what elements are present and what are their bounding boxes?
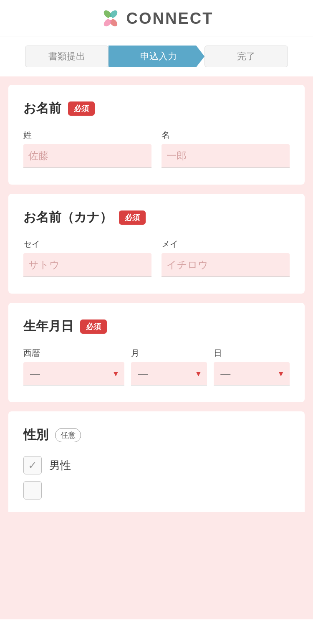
year-group: 西暦 — ▼ bbox=[23, 347, 124, 385]
first-name-label: 名 bbox=[162, 129, 290, 141]
gender-male-item[interactable]: ✓ 男性 bbox=[23, 456, 290, 474]
last-name-kana-label: セイ bbox=[23, 238, 151, 250]
month-label: 月 bbox=[131, 347, 207, 359]
name-section-title: お名前 bbox=[23, 100, 61, 117]
last-name-group: 姓 bbox=[23, 129, 151, 168]
header: CONNECT bbox=[0, 0, 313, 36]
birthdate-section-header: 生年月日 必須 bbox=[23, 318, 290, 335]
logo-icon bbox=[100, 8, 121, 29]
last-name-kana-input[interactable] bbox=[23, 253, 151, 277]
name-kana-section: お名前（カナ） 必須 セイ メイ bbox=[8, 194, 305, 294]
checkmark-icon: ✓ bbox=[28, 460, 37, 471]
last-name-kana-group: セイ bbox=[23, 238, 151, 277]
step-1-label: 書類提出 bbox=[48, 50, 85, 63]
name-section: お名前 必須 姓 名 bbox=[8, 85, 305, 185]
last-name-label: 姓 bbox=[23, 129, 151, 141]
page-content: お名前 必須 姓 名 お名前（カナ） 必須 セイ メイ bbox=[0, 76, 313, 619]
name-section-header: お名前 必須 bbox=[23, 100, 290, 117]
step-3-label: 完了 bbox=[237, 50, 255, 63]
gender-female-item[interactable] bbox=[23, 481, 290, 499]
day-select-wrapper: — ▼ bbox=[214, 362, 290, 385]
day-group: 日 — ▼ bbox=[214, 347, 290, 385]
gender-section-header: 性別 任意 bbox=[23, 426, 290, 444]
month-select[interactable]: — bbox=[131, 362, 207, 385]
month-select-wrapper: — ▼ bbox=[131, 362, 207, 385]
first-name-kana-input[interactable] bbox=[162, 253, 290, 277]
year-label: 西暦 bbox=[23, 347, 124, 359]
gender-optional-badge: 任意 bbox=[55, 428, 81, 442]
birthdate-section: 生年月日 必須 西暦 — ▼ 月 — ▼ bbox=[8, 303, 305, 402]
name-kana-section-header: お名前（カナ） 必須 bbox=[23, 209, 290, 226]
gender-male-checkbox[interactable]: ✓ bbox=[23, 456, 42, 474]
gender-female-checkbox[interactable] bbox=[23, 481, 42, 499]
birthdate-required-badge: 必須 bbox=[80, 319, 107, 334]
step-2[interactable]: 申込入力 bbox=[109, 46, 204, 67]
month-group: 月 — ▼ bbox=[131, 347, 207, 385]
step-2-label: 申込入力 bbox=[140, 50, 177, 63]
first-name-group: 名 bbox=[162, 129, 290, 168]
birthdate-section-title: 生年月日 bbox=[23, 318, 73, 335]
app-title: CONNECT bbox=[126, 10, 214, 28]
first-name-kana-group: メイ bbox=[162, 238, 290, 277]
day-select[interactable]: — bbox=[214, 362, 290, 385]
gender-section-title: 性別 bbox=[23, 426, 48, 444]
first-name-kana-label: メイ bbox=[162, 238, 290, 250]
step-1[interactable]: 書類提出 bbox=[25, 46, 109, 67]
date-row: 西暦 — ▼ 月 — ▼ 日 bbox=[23, 347, 290, 385]
step-navigation: 書類提出 申込入力 完了 bbox=[0, 36, 313, 76]
year-select[interactable]: — bbox=[23, 362, 124, 385]
gender-section: 性別 任意 ✓ 男性 bbox=[8, 411, 305, 512]
first-name-input[interactable] bbox=[162, 144, 290, 168]
day-label: 日 bbox=[214, 347, 290, 359]
last-name-input[interactable] bbox=[23, 144, 151, 168]
year-select-wrapper: — ▼ bbox=[23, 362, 124, 385]
name-required-badge: 必須 bbox=[68, 101, 95, 116]
name-form-row: 姓 名 bbox=[23, 129, 290, 168]
name-kana-required-badge: 必須 bbox=[119, 210, 146, 225]
name-kana-form-row: セイ メイ bbox=[23, 238, 290, 277]
name-kana-section-title: お名前（カナ） bbox=[23, 209, 112, 226]
step-3[interactable]: 完了 bbox=[204, 46, 288, 67]
svg-point-4 bbox=[109, 17, 112, 20]
gender-male-label: 男性 bbox=[49, 458, 71, 473]
